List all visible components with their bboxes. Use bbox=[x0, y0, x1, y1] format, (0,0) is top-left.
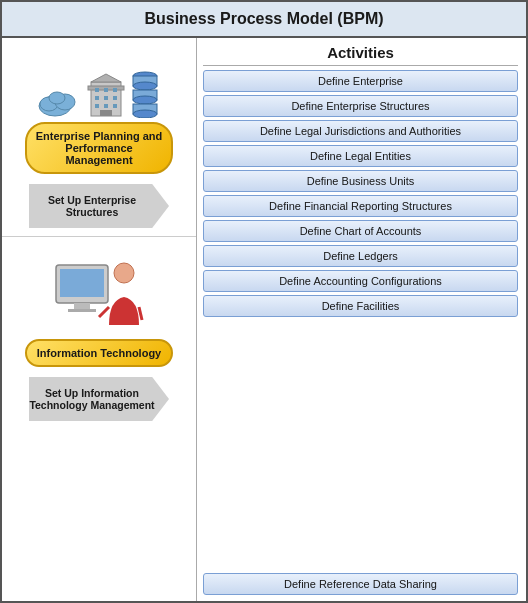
right-column: Activities Define Enterprise Define Ente… bbox=[197, 38, 526, 601]
svg-rect-25 bbox=[60, 269, 104, 297]
svg-rect-7 bbox=[104, 88, 108, 92]
enterprise-arrow-container: Set Up Enterprise Structures bbox=[29, 178, 169, 232]
svg-rect-11 bbox=[113, 96, 117, 100]
svg-rect-6 bbox=[95, 88, 99, 92]
activity-define-business-units[interactable]: Define Business Units bbox=[203, 170, 518, 192]
it-icons bbox=[54, 245, 144, 335]
activities-divider bbox=[203, 65, 518, 66]
svg-rect-14 bbox=[113, 104, 117, 108]
svg-line-29 bbox=[99, 307, 109, 317]
it-arrow: Set Up Information Technology Management bbox=[29, 377, 169, 421]
activity-define-chart-of-accounts[interactable]: Define Chart of Accounts bbox=[203, 220, 518, 242]
cloud-icon bbox=[37, 84, 83, 118]
database-icon bbox=[129, 68, 161, 118]
it-bubble: Information Technology bbox=[25, 339, 173, 367]
it-section: Information Technology Set Up Informatio… bbox=[2, 237, 196, 601]
main-container: Business Process Model (BPM) bbox=[0, 0, 528, 603]
svg-line-30 bbox=[139, 307, 142, 320]
activity-define-enterprise[interactable]: Define Enterprise bbox=[203, 70, 518, 92]
left-column: Enterprise Planning and Performance Mana… bbox=[2, 38, 197, 601]
svg-rect-26 bbox=[74, 303, 90, 309]
activity-define-accounting-configurations[interactable]: Define Accounting Configurations bbox=[203, 270, 518, 292]
computer-person-icon bbox=[54, 245, 144, 335]
activity-define-enterprise-structures[interactable]: Define Enterprise Structures bbox=[203, 95, 518, 117]
activity-define-reference-data-sharing[interactable]: Define Reference Data Sharing bbox=[203, 573, 518, 595]
activity-define-legal-entities[interactable]: Define Legal Entities bbox=[203, 145, 518, 167]
it-arrow-container: Set Up Information Technology Management bbox=[29, 371, 169, 425]
activity-define-ledgers[interactable]: Define Ledgers bbox=[203, 245, 518, 267]
building-icon bbox=[87, 72, 125, 118]
activity-define-legal-jurisdictions[interactable]: Define Legal Jurisdictions and Authoriti… bbox=[203, 120, 518, 142]
svg-rect-12 bbox=[95, 104, 99, 108]
enterprise-bubble: Enterprise Planning and Performance Mana… bbox=[25, 122, 173, 174]
activity-define-facilities[interactable]: Define Facilities bbox=[203, 295, 518, 317]
activities-title: Activities bbox=[203, 44, 518, 61]
svg-marker-16 bbox=[91, 74, 121, 82]
enterprise-section: Enterprise Planning and Performance Mana… bbox=[2, 38, 196, 237]
svg-rect-27 bbox=[68, 309, 96, 312]
svg-point-3 bbox=[49, 92, 65, 104]
page-title: Business Process Model (BPM) bbox=[2, 2, 526, 38]
activity-define-financial-reporting[interactable]: Define Financial Reporting Structures bbox=[203, 195, 518, 217]
svg-rect-10 bbox=[104, 96, 108, 100]
right-spacer bbox=[203, 320, 518, 571]
svg-rect-15 bbox=[100, 110, 112, 116]
svg-rect-13 bbox=[104, 104, 108, 108]
svg-rect-8 bbox=[113, 88, 117, 92]
enterprise-arrow: Set Up Enterprise Structures bbox=[29, 184, 169, 228]
content-area: Enterprise Planning and Performance Mana… bbox=[2, 38, 526, 601]
svg-point-19 bbox=[133, 82, 157, 90]
enterprise-icons bbox=[37, 38, 161, 118]
svg-point-21 bbox=[133, 96, 157, 104]
svg-point-23 bbox=[133, 110, 157, 118]
svg-rect-9 bbox=[95, 96, 99, 100]
svg-point-28 bbox=[114, 263, 134, 283]
